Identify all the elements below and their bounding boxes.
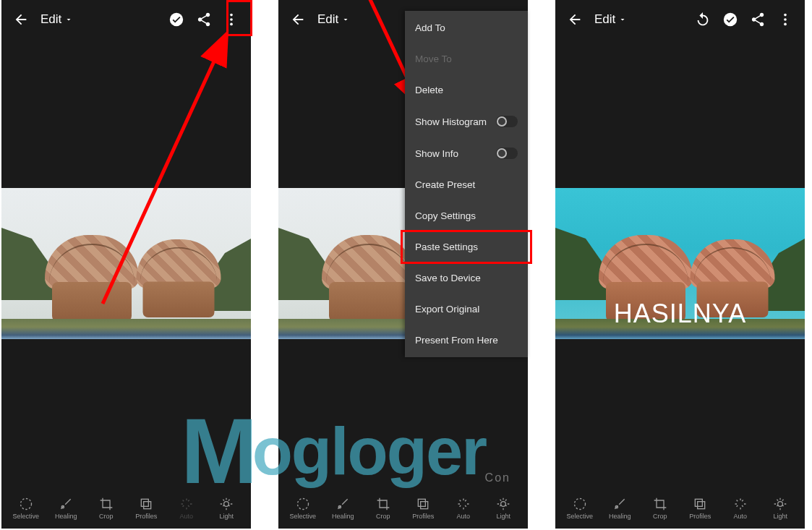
- menu-add-to[interactable]: Add To: [405, 12, 528, 43]
- svg-rect-13: [419, 499, 426, 506]
- top-bar: Edit: [1, 0, 251, 39]
- tool-selective[interactable]: Selective: [6, 497, 46, 520]
- photo-preview[interactable]: [1, 188, 251, 339]
- tool-crop[interactable]: Crop: [86, 497, 127, 520]
- edit-dropdown[interactable]: Edit: [40, 12, 73, 27]
- svg-rect-7: [142, 499, 149, 506]
- tool-auto[interactable]: Auto: [720, 497, 761, 520]
- menu-present-from-here[interactable]: Present From Here: [405, 325, 528, 356]
- tool-crop[interactable]: Crop: [363, 497, 403, 520]
- approve-icon[interactable]: [164, 7, 189, 32]
- back-icon[interactable]: [563, 7, 587, 32]
- back-icon[interactable]: [286, 7, 310, 32]
- svg-point-2: [230, 18, 233, 21]
- menu-export-original[interactable]: Export Original: [405, 294, 528, 325]
- menu-create-preset[interactable]: Create Preset: [405, 169, 528, 200]
- tool-bar: Selective Healing Crop Profiles Auto Lig…: [1, 488, 251, 529]
- screenshot-panel-2: Edit Selective Healing Crop Profile: [278, 0, 528, 529]
- undo-icon[interactable]: [691, 7, 715, 32]
- menu-move-to: Move To: [405, 43, 528, 74]
- tool-bar: Selective Healing Crop Profiles Auto Lig…: [555, 488, 805, 529]
- photo-canvas: [1, 39, 251, 488]
- more-icon[interactable]: [773, 7, 798, 32]
- menu-copy-settings[interactable]: Copy Settings: [405, 200, 528, 231]
- menu-delete[interactable]: Delete: [405, 74, 528, 106]
- tool-profiles[interactable]: Profiles: [403, 497, 444, 520]
- more-icon[interactable]: [219, 7, 244, 32]
- svg-rect-23: [698, 502, 705, 509]
- edit-dropdown[interactable]: Edit: [594, 12, 627, 27]
- photo-canvas: HASILNYA: [555, 39, 805, 488]
- edit-dropdown[interactable]: Edit: [317, 12, 350, 27]
- edit-label: Edit: [317, 12, 338, 27]
- tool-crop[interactable]: Crop: [640, 497, 680, 520]
- menu-save-to-device[interactable]: Save to Device: [405, 262, 528, 294]
- svg-point-3: [230, 23, 233, 26]
- tool-healing[interactable]: Healing: [46, 497, 87, 520]
- tool-auto[interactable]: Auto: [443, 497, 484, 520]
- svg-point-19: [784, 23, 787, 26]
- svg-point-9: [224, 502, 229, 507]
- tool-profiles[interactable]: Profiles: [127, 497, 167, 520]
- back-icon[interactable]: [9, 7, 33, 32]
- tool-profiles[interactable]: Profiles: [680, 497, 721, 520]
- svg-point-20: [574, 499, 585, 510]
- tool-auto[interactable]: Auto: [166, 497, 207, 520]
- overflow-menu: Add To Move To Delete Show Histogram Sho…: [405, 11, 528, 357]
- tool-healing[interactable]: Healing: [323, 497, 364, 520]
- tool-selective[interactable]: Selective: [283, 497, 323, 520]
- svg-point-24: [778, 502, 783, 507]
- tool-light[interactable]: Light: [761, 497, 801, 520]
- svg-point-11: [297, 499, 308, 510]
- svg-rect-8: [144, 502, 151, 509]
- tool-healing[interactable]: Healing: [600, 497, 641, 520]
- svg-point-18: [784, 18, 787, 21]
- menu-show-info[interactable]: Show Info: [405, 137, 528, 169]
- svg-point-0: [170, 13, 183, 26]
- share-icon[interactable]: [192, 7, 216, 32]
- edit-label: Edit: [594, 12, 615, 27]
- share-icon[interactable]: [745, 7, 770, 32]
- svg-point-16: [724, 13, 737, 26]
- tool-selective[interactable]: Selective: [560, 497, 600, 520]
- toggle-info[interactable]: [496, 148, 518, 159]
- menu-paste-settings[interactable]: Paste Settings: [405, 231, 528, 262]
- svg-point-17: [784, 14, 787, 17]
- screenshot-panel-1: Edit: [1, 0, 251, 529]
- edit-label: Edit: [40, 12, 61, 27]
- top-bar: Edit: [555, 0, 805, 39]
- svg-rect-22: [696, 499, 703, 506]
- tool-light[interactable]: Light: [484, 497, 524, 520]
- svg-point-1: [230, 14, 233, 17]
- screenshot-panel-3: Edit HASIL: [555, 0, 805, 529]
- toggle-histogram[interactable]: [496, 116, 518, 127]
- tool-bar: Selective Healing Crop Profiles Auto Lig…: [278, 488, 528, 529]
- tool-light[interactable]: Light: [207, 497, 247, 520]
- svg-point-15: [501, 502, 506, 507]
- svg-point-5: [20, 499, 31, 510]
- result-label: HASILNYA: [555, 299, 805, 329]
- approve-icon[interactable]: [718, 7, 743, 32]
- menu-show-histogram[interactable]: Show Histogram: [405, 106, 528, 137]
- svg-rect-14: [421, 502, 428, 509]
